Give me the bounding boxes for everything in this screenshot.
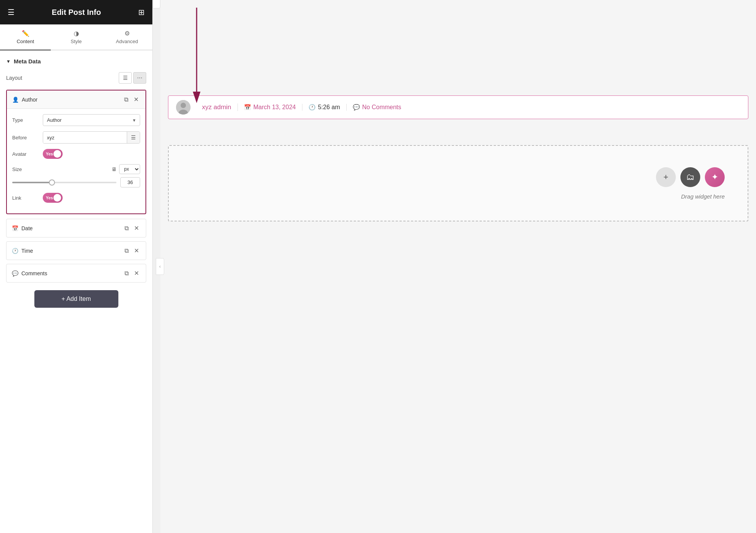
section-collapse-arrow[interactable]: ▼: [6, 59, 11, 64]
time-item-row: 🕐 Time ⧉ ✕: [6, 242, 146, 260]
before-label: Before: [12, 135, 43, 141]
link-control: Yes: [43, 193, 140, 203]
widget-add-button[interactable]: +: [656, 167, 676, 187]
post-time: 5:26 am: [318, 104, 340, 111]
author-card-header: 👤 Author ⧉ ✕: [7, 90, 145, 109]
before-input-icon[interactable]: ☰: [127, 132, 140, 143]
link-toggle-wrapper: Yes: [43, 193, 140, 203]
author-card-actions: ⧉ ✕: [123, 95, 140, 104]
size-controls: 🖥 px em %: [43, 164, 140, 174]
author-duplicate-button[interactable]: ⧉: [123, 95, 130, 104]
type-select-wrapper: Author Date Time Comments ▼: [43, 114, 140, 126]
svg-point-3: [181, 103, 186, 108]
layout-row: Layout ☰ ⋯: [6, 72, 146, 84]
avatar-row: Avatar Yes: [12, 149, 140, 159]
time-icon: 🕐: [12, 248, 18, 254]
type-row: Type Author Date Time Comments ▼: [12, 114, 140, 126]
comments-remove-button[interactable]: ✕: [132, 269, 141, 278]
avatar-toggle-wrapper: Yes: [43, 149, 140, 159]
calendar-icon: 📅: [244, 104, 251, 111]
date-remove-button[interactable]: ✕: [132, 224, 141, 233]
tab-content-label: Content: [17, 39, 34, 44]
author-item-card: 👤 Author ⧉ ✕ Type Author Date: [6, 90, 146, 214]
slider-track[interactable]: [12, 182, 116, 183]
author-card-icon: 👤: [12, 97, 19, 103]
layout-list-button[interactable]: ☰: [119, 72, 132, 84]
avatar-control: Yes: [43, 149, 140, 159]
panel-collapse-handle[interactable]: ‹: [156, 258, 164, 275]
tab-style[interactable]: ◑ Style: [51, 24, 102, 50]
pencil-icon: ✏️: [22, 30, 29, 37]
comments-icon: 💬: [12, 270, 18, 276]
tab-advanced[interactable]: ⚙ Advanced: [102, 24, 152, 50]
avatar-toggle-knob: [53, 150, 61, 158]
panel-tabs: ✏️ Content ◑ Style ⚙ Advanced: [0, 24, 152, 50]
date-icon: 📅: [12, 225, 18, 231]
before-input[interactable]: [43, 132, 127, 143]
link-label: Link: [12, 195, 43, 201]
down-arrow-svg: [191, 8, 202, 107]
avatar-label: Avatar: [12, 151, 43, 157]
panel-title: Edit Post Info: [52, 8, 101, 17]
before-input-wrapper: ☰: [43, 131, 140, 144]
tab-advanced-label: Advanced: [116, 39, 138, 44]
collapse-handle[interactable]: [153, 0, 160, 8]
post-date: March 13, 2024: [254, 104, 296, 111]
size-unit-select[interactable]: px em %: [119, 164, 140, 174]
tab-style-label: Style: [71, 39, 82, 44]
left-panel: ☰ Edit Post Info ⊞ ✏️ Content ◑ Style ⚙ …: [0, 0, 153, 533]
drag-widget-label: Drag widget here: [681, 193, 725, 200]
tab-content[interactable]: ✏️ Content: [0, 24, 51, 50]
date-item-row: 📅 Date ⧉ ✕: [6, 219, 146, 237]
post-comments: No Comments: [362, 104, 401, 111]
avatar-svg: [176, 100, 191, 115]
time-actions: ⧉ ✕: [123, 246, 141, 255]
slider-fill: [12, 182, 52, 183]
widget-buttons: + 🗂 ✦: [656, 167, 725, 187]
meta-data-section-header: ▼ Meta Data: [6, 58, 146, 65]
time-duplicate-button[interactable]: ⧉: [123, 246, 130, 255]
time-remove-button[interactable]: ✕: [132, 246, 141, 255]
type-control: Author Date Time Comments ▼: [43, 114, 140, 126]
widget-magic-button[interactable]: ✦: [705, 167, 725, 187]
grid-icon[interactable]: ⊞: [138, 8, 145, 17]
svg-marker-1: [193, 92, 200, 103]
panel-content: ▼ Meta Data Layout ☰ ⋯ 👤 Author ⧉ ✕: [0, 50, 152, 533]
layout-label: Layout: [6, 75, 22, 81]
comments-duplicate-button[interactable]: ⧉: [123, 269, 130, 278]
comments-item-row: 💬 Comments ⧉ ✕: [6, 264, 146, 282]
size-row: Size 🖥 px em %: [12, 164, 140, 174]
slider-value-input[interactable]: [120, 177, 140, 187]
hamburger-icon[interactable]: ☰: [8, 8, 15, 17]
type-select[interactable]: Author Date Time Comments: [43, 114, 140, 126]
link-row: Link Yes: [12, 193, 140, 203]
author-remove-button[interactable]: ✕: [132, 95, 140, 104]
main-area: ‹ xyz admin 📅 March 13, 2024 🕐: [160, 0, 756, 533]
comments-title: Comments: [21, 270, 123, 276]
comments-item: 💬 Comments ⧉ ✕: [6, 264, 146, 283]
post-date-item: 📅 March 13, 2024: [238, 104, 302, 111]
add-item-button[interactable]: + Add Item: [34, 290, 118, 308]
before-row: Before ☰: [12, 131, 140, 144]
half-circle-icon: ◑: [74, 30, 79, 37]
section-title: Meta Data: [14, 58, 41, 65]
comment-icon: 💬: [353, 104, 360, 111]
avatar-toggle-label: Yes: [46, 152, 53, 156]
widget-folder-button[interactable]: 🗂: [680, 167, 700, 187]
author-card-body: Type Author Date Time Comments ▼: [7, 109, 145, 213]
post-comments-item: 💬 No Comments: [347, 104, 407, 111]
time-title: Time: [21, 248, 123, 254]
link-toggle[interactable]: Yes: [43, 193, 63, 203]
comments-actions: ⧉ ✕: [123, 269, 141, 278]
date-actions: ⧉ ✕: [123, 224, 141, 233]
date-duplicate-button[interactable]: ⧉: [123, 224, 130, 233]
layout-buttons: ☰ ⋯: [119, 72, 146, 84]
slider-thumb[interactable]: [49, 179, 55, 186]
gear-icon: ⚙: [124, 30, 130, 37]
avatar-toggle[interactable]: Yes: [43, 149, 63, 159]
monitor-icon: 🖥: [111, 166, 117, 172]
date-title: Date: [21, 225, 123, 231]
date-item: 📅 Date ⧉ ✕: [6, 219, 146, 237]
layout-grid-button[interactable]: ⋯: [133, 72, 146, 84]
size-label: Size: [12, 166, 43, 172]
